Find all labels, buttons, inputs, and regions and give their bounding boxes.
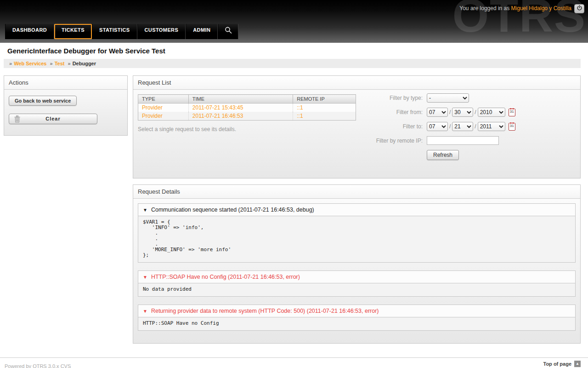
logout-button[interactable]: [574, 4, 584, 13]
section-header-communication-sequence[interactable]: ▼Communication sequence started (2011-07…: [138, 203, 576, 216]
page-title: GenericInterface Debugger for Web Servic…: [7, 47, 581, 55]
nav-tab-admin[interactable]: ADMIN: [186, 24, 218, 39]
date-separator: /: [449, 123, 451, 130]
chevron-down-icon: ▼: [143, 275, 147, 280]
power-icon: [577, 5, 582, 13]
nav-tab-search[interactable]: [218, 24, 238, 39]
trash-icon: [14, 115, 21, 124]
logged-in-prefix: You are logged in as: [459, 5, 511, 12]
breadcrumb: »Web Services »Test »Debugger: [4, 59, 581, 68]
error-section: ▼HTTP::SOAP Have no Config (2011-07-21 1…: [138, 270, 576, 297]
go-back-to-web-service-button[interactable]: Go back to web service: [9, 96, 77, 106]
cell-time[interactable]: 2011-07-21 15:43:45: [188, 104, 293, 112]
refresh-button[interactable]: Refresh: [427, 150, 459, 160]
top-of-page-link[interactable]: Top of page ▲: [543, 361, 581, 367]
column-header-remote-ip[interactable]: REMOTE IP: [293, 95, 356, 104]
filter-by-remote-ip-label: Filter by remote IP:: [368, 138, 423, 144]
filter-from-month-select[interactable]: 07: [427, 108, 448, 117]
breadcrumb-separator: »: [50, 61, 53, 66]
section-body-soap-no-config: HTTP::SOAP Have no Config: [138, 317, 576, 331]
filter-type-select[interactable]: -: [427, 93, 469, 103]
filter-from-day-select[interactable]: 30: [452, 108, 473, 117]
date-separator: /: [475, 123, 476, 130]
clear-button[interactable]: Clear: [9, 114, 97, 124]
search-icon: [224, 26, 233, 39]
cell-remote-ip[interactable]: ::1: [293, 104, 356, 112]
section-body-no-data: No data provided: [138, 283, 576, 297]
debug-section: ▼Communication sequence started (2011-07…: [138, 203, 576, 263]
calendar-icon[interactable]: 31: [509, 123, 515, 131]
logged-in-user-name: Miguel Hidalgo y Costilla: [511, 5, 571, 12]
filter-to-year-select[interactable]: 2011: [478, 122, 505, 131]
filter-from-label: Filter from:: [368, 109, 423, 115]
filter-from-year-select[interactable]: 2010: [478, 108, 505, 117]
cell-time[interactable]: 2011-07-21 16:46:53: [188, 112, 293, 121]
cell-type[interactable]: Provider: [138, 112, 189, 121]
cell-remote-ip[interactable]: ::1: [293, 112, 356, 121]
chevron-down-icon: ▼: [143, 309, 147, 314]
main-navigation: DASHBOARD TICKETS STATISTICS CUSTOMERS A…: [5, 24, 238, 39]
nav-tab-statistics[interactable]: STATISTICS: [92, 24, 137, 39]
request-list-title: Request List: [133, 76, 580, 90]
request-list-filters: Filter by type: - Filter from: 07 / 30 /…: [368, 93, 515, 165]
breadcrumb-current: Debugger: [73, 61, 96, 66]
top-of-page-label: Top of page: [543, 361, 571, 367]
error-section: ▼Returning provider data to remote syste…: [138, 305, 576, 331]
column-header-time[interactable]: TIME: [188, 95, 293, 104]
breadcrumb-link-web-services[interactable]: Web Services: [14, 61, 46, 66]
remote-ip-input[interactable]: [427, 136, 499, 145]
request-details-title: Request Details: [133, 185, 580, 199]
chevron-down-icon: ▼: [143, 207, 147, 213]
request-list-panel: Request List TYPE TIME REMOTE IP Provide…: [133, 75, 581, 178]
powered-by-link[interactable]: Powered by OTRS 3.0.x CVS: [5, 363, 71, 368]
breadcrumb-link-test[interactable]: Test: [55, 61, 65, 66]
date-separator: /: [449, 109, 451, 115]
filter-by-type-label: Filter by type:: [368, 95, 423, 101]
nav-tab-dashboard[interactable]: DASHBOARD: [5, 24, 54, 39]
footer: Powered by OTRS 3.0.x CVS Top of page ▲: [0, 357, 588, 368]
filter-to-day-select[interactable]: 21: [452, 122, 473, 131]
section-body-debug-dump: $VAR1 = { 'INFO' => 'info', . . . 'MORE_…: [138, 216, 576, 263]
section-header-soap-no-config[interactable]: ▼HTTP::SOAP Have no Config (2011-07-21 1…: [138, 270, 576, 283]
calendar-icon[interactable]: 31: [509, 109, 515, 116]
actions-sidebar: Actions Go back to web service: [4, 75, 128, 142]
table-row[interactable]: Provider 2011-07-21 15:43:45 ::1: [138, 104, 356, 112]
actions-panel-title: Actions: [4, 76, 127, 90]
section-header-returning-provider-data[interactable]: ▼Returning provider data to remote syste…: [138, 305, 576, 317]
date-separator: /: [475, 109, 476, 115]
column-header-type[interactable]: TYPE: [138, 95, 189, 104]
request-list-table: TYPE TIME REMOTE IP Provider 2011-07-21 …: [138, 94, 356, 121]
logged-in-status: You are logged in as Miguel Hidalgo y Co…: [459, 5, 571, 12]
nav-tab-tickets[interactable]: TICKETS: [54, 24, 92, 39]
nav-tab-customers[interactable]: CUSTOMERS: [137, 24, 186, 39]
cell-type[interactable]: Provider: [138, 104, 189, 112]
filter-to-month-select[interactable]: 07: [427, 122, 448, 131]
top-header: OTRS You are logged in as Miguel Hidalgo…: [0, 0, 588, 43]
breadcrumb-separator: »: [68, 61, 71, 66]
table-row[interactable]: Provider 2011-07-21 16:46:53 ::1: [138, 112, 356, 121]
filter-to-label: Filter to:: [368, 123, 423, 130]
arrow-up-icon: ▲: [574, 361, 581, 367]
breadcrumb-separator: »: [9, 61, 12, 66]
clear-button-label: Clear: [45, 116, 61, 121]
request-details-panel: Request Details ▼Communication sequence …: [133, 184, 581, 344]
